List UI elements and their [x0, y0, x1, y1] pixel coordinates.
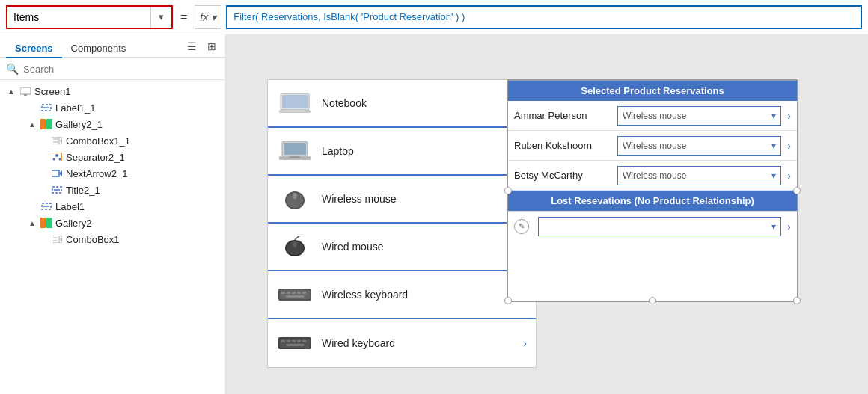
- tab-components[interactable]: Components: [62, 40, 135, 58]
- screen-icon: [19, 85, 31, 97]
- res-row-betsy: Betsy McCarthy Wireless mouse ▾ ›: [508, 161, 797, 191]
- right-panel: Notebook › Laptop ›: [226, 34, 868, 394]
- expand-gallery2[interactable]: ▲: [27, 219, 37, 227]
- svg-rect-47: [292, 292, 296, 294]
- wired-keyboard-thumb: [277, 330, 313, 357]
- product-row-notebook[interactable]: Notebook ›: [268, 80, 536, 128]
- list-view-icon[interactable]: ☰: [184, 39, 200, 54]
- handle-bottom-right[interactable]: [793, 297, 801, 304]
- tree-item-nextarrow2-1[interactable]: NextArrow2_1: [0, 165, 225, 182]
- res-dropdown-betsy[interactable]: Wireless mouse ▾: [617, 166, 781, 185]
- lost-chevron[interactable]: ›: [787, 221, 791, 233]
- title2-1-label: Title2_1: [66, 185, 100, 196]
- svg-rect-57: [302, 340, 306, 342]
- res-row-ammar: Ammar Peterson Wireless mouse ▾ ›: [508, 101, 797, 131]
- gallery2-icon: [40, 217, 52, 229]
- product-list: Notebook › Laptop ›: [267, 79, 537, 368]
- formula-name-input[interactable]: [7, 7, 150, 28]
- res-name-ruben: Ruben Kokshoorn: [514, 140, 611, 151]
- formula-bar[interactable]: Filter( Reservations, IsBlank( 'Product …: [226, 5, 862, 29]
- svg-rect-53: [281, 340, 285, 342]
- formula-name-box[interactable]: ▾: [6, 5, 173, 29]
- res-chevron-betsy[interactable]: ›: [787, 170, 791, 182]
- svg-rect-32: [284, 143, 306, 155]
- svg-point-14: [59, 158, 61, 161]
- tree-item-label1[interactable]: Label1: [0, 198, 225, 215]
- grid-view-icon[interactable]: ⊞: [204, 39, 219, 54]
- handle-mid-left[interactable]: [504, 187, 512, 194]
- svg-rect-22: [46, 218, 52, 228]
- svg-rect-56: [297, 340, 301, 342]
- res-chevron-ammar[interactable]: ›: [787, 110, 791, 122]
- product-row-laptop[interactable]: Laptop ›: [268, 128, 536, 176]
- fx-dropdown-arrow[interactable]: ▾: [211, 11, 216, 23]
- svg-rect-34: [290, 156, 300, 158]
- label1-icon: [40, 200, 52, 212]
- res-dropdown-value-ammar: Wireless mouse: [623, 111, 686, 121]
- wired-keyboard-arrow: ›: [523, 337, 527, 349]
- handle-mid-right[interactable]: [793, 187, 801, 194]
- svg-rect-21: [40, 218, 46, 228]
- product-row-wireless-mouse[interactable]: Wireless mouse ›: [268, 176, 536, 224]
- main-layout: Screens Components ☰ ⊞ 🔍 ▲ Screen1: [0, 34, 868, 394]
- svg-rect-15: [52, 170, 59, 176]
- expand-screen1[interactable]: ▲: [6, 87, 16, 96]
- svg-point-12: [55, 154, 58, 157]
- res-dropdown-arrow-ruben: ▾: [771, 141, 776, 151]
- lost-row: ✎ ▾ ›: [508, 211, 797, 241]
- tree-item-label1-1[interactable]: Label1_1: [0, 99, 225, 116]
- separator2-1-icon: [51, 151, 63, 163]
- svg-point-13: [53, 158, 55, 161]
- lost-header: Lost Resevations (No Product Relationshi…: [508, 191, 797, 211]
- label1-label: Label1: [55, 201, 85, 212]
- expand-gallery2-1[interactable]: ▲: [27, 120, 37, 129]
- separator2-1-label: Separator2_1: [66, 152, 125, 163]
- product-row-wired-mouse[interactable]: Wired mouse ⚠: [268, 224, 536, 271]
- wired-mouse-thumb: [277, 233, 313, 260]
- label1-1-icon: [40, 102, 52, 114]
- wired-keyboard-name: Wired keyboard: [322, 337, 514, 349]
- svg-rect-5: [46, 119, 52, 129]
- handle-bottom-left[interactable]: [504, 297, 512, 304]
- search-box[interactable]: 🔍: [0, 58, 225, 80]
- lost-dropdown[interactable]: ▾: [538, 217, 781, 236]
- tree-item-combobox1-1[interactable]: ▾ ComboBox1_1: [0, 132, 225, 149]
- svg-rect-49: [302, 292, 306, 294]
- tree-item-gallery2-1[interactable]: ▲ Gallery2_1: [0, 116, 225, 132]
- res-chevron-ruben[interactable]: ›: [787, 140, 791, 152]
- res-dropdown-ammar[interactable]: Wireless mouse ▾: [617, 106, 781, 126]
- tree-item-screen1[interactable]: ▲ Screen1: [0, 83, 225, 99]
- combobox1-1-label: ComboBox1_1: [66, 135, 130, 147]
- res-name-ammar: Ammar Peterson: [514, 110, 611, 121]
- handle-bottom-center[interactable]: [649, 297, 656, 304]
- title2-1-icon: [51, 184, 63, 196]
- tree-item-combobox1[interactable]: ▾ ComboBox1: [0, 231, 225, 247]
- res-dropdown-ruben[interactable]: Wireless mouse ▾: [617, 136, 781, 156]
- gallery2-1-icon: [40, 118, 52, 130]
- tree-item-separator2-1[interactable]: Separator2_1: [0, 149, 225, 165]
- tab-icons: ☰ ⊞: [184, 39, 219, 57]
- tree: ▲ Screen1 Label1_1 ▲: [0, 80, 225, 394]
- wireless-mouse-thumb: [277, 185, 313, 212]
- product-row-wireless-keyboard[interactable]: Wireless keyboard ›: [268, 271, 536, 319]
- nextarrow2-1-icon: [51, 167, 63, 179]
- formula-name-dropdown[interactable]: ▾: [150, 7, 171, 28]
- search-input[interactable]: [23, 64, 219, 75]
- product-row-wired-keyboard[interactable]: Wired keyboard ›: [268, 319, 536, 367]
- label1-1-label: Label1_1: [55, 102, 96, 114]
- gallery2-1-label: Gallery2_1: [55, 119, 103, 130]
- tree-item-title2-1[interactable]: Title2_1: [0, 182, 225, 198]
- gallery2-label: Gallery2: [55, 218, 91, 229]
- tree-item-gallery2[interactable]: ▲ Gallery2: [0, 215, 225, 231]
- res-dropdown-arrow-betsy: ▾: [771, 170, 776, 181]
- svg-rect-58: [286, 344, 304, 346]
- laptop-name: Laptop: [322, 145, 514, 157]
- edit-circle[interactable]: ✎: [514, 219, 529, 234]
- res-row-ruben: Ruben Kokshoorn Wireless mouse ▾ ›: [508, 131, 797, 161]
- tab-screens[interactable]: Screens: [6, 40, 62, 58]
- combobox1-icon: ▾: [51, 233, 63, 245]
- res-dropdown-arrow-ammar: ▾: [771, 111, 776, 121]
- fx-box[interactable]: fx ▾: [195, 5, 221, 29]
- svg-rect-55: [292, 340, 296, 342]
- combobox1-label: ComboBox1: [66, 234, 120, 245]
